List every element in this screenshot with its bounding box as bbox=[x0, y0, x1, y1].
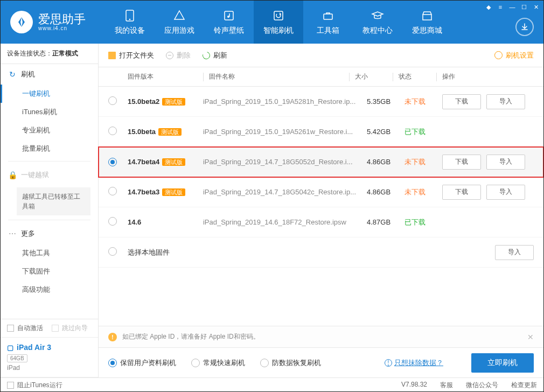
folder-icon bbox=[108, 52, 116, 59]
row-radio[interactable] bbox=[108, 217, 117, 226]
sidebar-jailbreak-note[interactable]: 越狱工具已转移至工具箱 bbox=[17, 187, 90, 215]
phone-icon bbox=[123, 9, 136, 22]
sidebar-flash-group[interactable]: ↻ 刷机 bbox=[1, 64, 98, 85]
sidebar-advanced[interactable]: 高级功能 bbox=[1, 281, 98, 299]
lock-icon: 🔒 bbox=[8, 171, 17, 179]
firmware-row[interactable]: 14.7beta4测试版 iPad_Spring_2019_14.7_18G50… bbox=[99, 147, 543, 177]
sidebar-batch-flash[interactable]: 批量刷机 bbox=[1, 139, 98, 158]
row-radio[interactable] bbox=[108, 96, 117, 105]
row-radio[interactable] bbox=[108, 187, 117, 195]
row-status: 已下载 bbox=[404, 218, 442, 227]
mode-normal-radio[interactable] bbox=[191, 359, 200, 367]
flash-icon bbox=[272, 9, 285, 22]
flash-now-button[interactable]: 立即刷机 bbox=[471, 353, 534, 373]
skip-guide-checkbox[interactable] bbox=[52, 325, 59, 332]
main-nav: 我的设备 应用游戏 铃声壁纸 智能刷机 工具箱 教程中心 爱思商城 bbox=[105, 1, 543, 44]
flash-settings-button[interactable]: 刷机设置 bbox=[494, 51, 534, 60]
row-version: 15.0beta2测试版 bbox=[128, 97, 203, 106]
download-circle-button[interactable] bbox=[515, 18, 534, 36]
sync-icon: ↻ bbox=[8, 70, 17, 79]
svg-rect-2 bbox=[225, 11, 233, 20]
row-version: 14.7beta4测试版 bbox=[128, 158, 203, 166]
row-size: 4.87GB bbox=[367, 218, 404, 226]
refresh-icon bbox=[201, 50, 211, 60]
refresh-button[interactable]: 刷新 bbox=[203, 51, 227, 60]
download-button[interactable]: 下载 bbox=[442, 185, 481, 200]
erase-only-link[interactable]: ! 只想抹除数据？ bbox=[385, 358, 443, 368]
apps-icon bbox=[173, 9, 186, 22]
info-icon: ! bbox=[385, 359, 392, 367]
firmware-row[interactable]: 14.6 iPad_Spring_2019_14.6_18F72_Restore… bbox=[99, 207, 543, 237]
import-local-button[interactable]: 导入 bbox=[495, 245, 534, 260]
sidebar-pro-flash[interactable]: 专业刷机 bbox=[1, 121, 98, 139]
row-radio[interactable] bbox=[108, 127, 117, 135]
auto-activate-row: 自动激活 跳过向导 bbox=[1, 319, 98, 338]
row-filename: iPad_Spring_2019_15.0_19A5281h_Restore.i… bbox=[203, 97, 367, 106]
content: 打开文件夹 删除 刷新 刷机设置 固件版本 固件名称 大小 状态 bbox=[99, 44, 543, 377]
delete-icon bbox=[166, 52, 173, 59]
import-button[interactable]: 导入 bbox=[486, 155, 525, 170]
nav-ringtone[interactable]: 铃声壁纸 bbox=[204, 1, 254, 44]
firmware-row[interactable]: 15.0beta测试版 iPad_Spring_2019_15.0_19A526… bbox=[99, 117, 543, 147]
open-folder-button[interactable]: 打开文件夹 bbox=[108, 51, 154, 60]
import-button[interactable]: 导入 bbox=[486, 94, 525, 109]
col-action: 操作 bbox=[442, 72, 534, 81]
logo-area[interactable]: 爱思助手 www.i4.cn bbox=[1, 1, 95, 44]
nav-my-device[interactable]: 我的设备 bbox=[105, 1, 155, 44]
mode-recover-radio[interactable] bbox=[260, 359, 269, 367]
auto-activate-checkbox[interactable] bbox=[7, 325, 14, 332]
mode-recover[interactable]: 防数据恢复刷机 bbox=[260, 358, 321, 368]
menu-icon[interactable]: ≡ bbox=[496, 3, 505, 11]
mode-normal[interactable]: 常规快速刷机 bbox=[191, 358, 245, 368]
row-status: 未下载 bbox=[404, 97, 442, 107]
svg-rect-6 bbox=[423, 15, 431, 20]
alert-close-button[interactable]: ✕ bbox=[527, 333, 534, 341]
more-icon: ⋯ bbox=[8, 229, 17, 238]
delete-button[interactable]: 删除 bbox=[166, 51, 191, 60]
local-radio[interactable] bbox=[108, 247, 117, 256]
nav-tools[interactable]: 工具箱 bbox=[303, 1, 353, 44]
maximize-icon[interactable]: ☐ bbox=[520, 3, 528, 11]
row-filename: iPad_Spring_2019_15.0_19A5261w_Restore.i… bbox=[203, 128, 367, 136]
device-block[interactable]: ▢ iPad Air 3 64GB iPad bbox=[1, 338, 98, 377]
close-icon[interactable]: ✕ bbox=[532, 3, 540, 11]
download-button[interactable]: 下载 bbox=[442, 155, 481, 170]
sidebar-more-group[interactable]: ⋯ 更多 bbox=[1, 223, 98, 244]
col-status: 状态 bbox=[399, 72, 436, 81]
mode-keep-radio[interactable] bbox=[108, 359, 117, 367]
col-version: 固件版本 bbox=[128, 72, 203, 81]
row-filename: iPad_Spring_2019_14.6_18F72_Restore.ipsw bbox=[203, 218, 367, 226]
nav-flash[interactable]: 智能刷机 bbox=[254, 1, 303, 44]
nav-apps[interactable]: 应用游戏 bbox=[155, 1, 204, 44]
titlebar: 爱思助手 www.i4.cn 我的设备 应用游戏 铃声壁纸 智能刷机 工具箱 教… bbox=[1, 1, 543, 44]
row-status: 未下载 bbox=[404, 157, 442, 167]
row-filename: iPad_Spring_2019_14.7_18G5052d_Restore.i… bbox=[203, 158, 367, 166]
sidebar-jailbreak-group: 🔒 一键越狱 bbox=[1, 165, 98, 185]
footer-service[interactable]: 客服 bbox=[440, 381, 453, 390]
nav-tutorials[interactable]: 教程中心 bbox=[353, 1, 402, 44]
block-itunes-checkbox[interactable] bbox=[7, 382, 14, 389]
nav-mall[interactable]: 爱思商城 bbox=[402, 1, 452, 44]
firmware-row[interactable]: 14.7beta3测试版 iPad_Spring_2019_14.7_18G50… bbox=[99, 177, 543, 207]
svg-point-1 bbox=[129, 18, 131, 20]
mode-keep-data[interactable]: 保留用户资料刷机 bbox=[108, 358, 176, 368]
sidebar-bottom: 自动激活 跳过向导 ▢ iPad Air 3 64GB iPad bbox=[1, 319, 98, 377]
tshirt-icon[interactable]: ◆ bbox=[484, 3, 493, 11]
logo-icon bbox=[10, 11, 33, 33]
device-name: ▢ iPad Air 3 bbox=[7, 343, 92, 352]
sidebar-other-tools[interactable]: 其他工具 bbox=[1, 244, 98, 262]
firmware-row[interactable]: 15.0beta2测试版 iPad_Spring_2019_15.0_19A52… bbox=[99, 87, 543, 117]
sidebar-itunes-flash[interactable]: iTunes刷机 bbox=[1, 103, 98, 121]
minimize-icon[interactable]: — bbox=[508, 3, 517, 11]
col-name: 固件名称 bbox=[209, 72, 349, 81]
sidebar-download-firmware[interactable]: 下载固件 bbox=[1, 262, 98, 281]
local-firmware-row[interactable]: 选择本地固件 导入 bbox=[99, 237, 543, 268]
footer-update[interactable]: 检查更新 bbox=[511, 381, 537, 390]
footer-wechat[interactable]: 微信公众号 bbox=[466, 381, 498, 390]
download-button[interactable]: 下载 bbox=[442, 94, 481, 109]
sidebar-oneclick-flash[interactable]: 一键刷机 bbox=[1, 85, 98, 103]
row-actions: 下载导入 bbox=[442, 155, 534, 170]
import-button[interactable]: 导入 bbox=[486, 185, 525, 200]
sidebar-tree: ↻ 刷机 一键刷机 iTunes刷机 专业刷机 批量刷机 🔒 一键越狱 越狱工具… bbox=[1, 64, 98, 319]
row-radio[interactable] bbox=[108, 158, 117, 166]
